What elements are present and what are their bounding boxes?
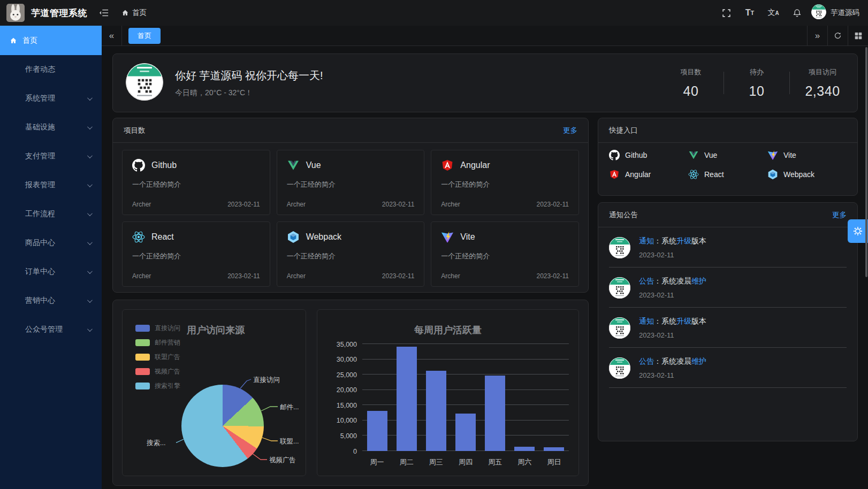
projects-more-link[interactable]: 更多: [563, 126, 577, 135]
sidebar-item-9[interactable]: 营销中心: [0, 286, 102, 315]
stat-label: 项目访问: [809, 67, 836, 77]
translate-icon[interactable]: 文A: [764, 4, 782, 22]
notices-title: 通知公告: [609, 210, 638, 220]
bar-周六: [514, 447, 535, 451]
stat-1: 待办10: [738, 67, 775, 99]
sidebar-item-5[interactable]: 报表管理: [0, 171, 102, 200]
page-scrollbar-thumb[interactable]: [865, 47, 867, 277]
tabs-layout-grid-button[interactable]: [848, 26, 868, 45]
legend-item-1[interactable]: 邮件营销: [135, 338, 180, 347]
user-name: 芋道源码: [831, 8, 859, 18]
y-axis-label: 35,000: [337, 341, 357, 348]
y-axis-label: 5,000: [340, 432, 357, 440]
project-card-react[interactable]: React一个正经的简介Archer2023-02-11: [122, 221, 270, 287]
vue-icon: [688, 150, 699, 161]
project-date: 2023-02-11: [227, 272, 260, 280]
project-date: 2023-02-11: [382, 201, 415, 208]
legend-item-3[interactable]: 视频广告: [135, 367, 180, 376]
sidebar-item-8[interactable]: 订单中心: [0, 257, 102, 286]
sidebar-item-1[interactable]: 作者动态: [0, 55, 102, 84]
webpack-icon: [287, 231, 300, 243]
home-icon: [121, 9, 129, 17]
notice-avatar-2: [609, 317, 630, 339]
sidebar-item-4[interactable]: 支付管理: [0, 142, 102, 171]
stat-value: 10: [749, 83, 765, 99]
quick-link-vue[interactable]: Vue: [688, 150, 767, 161]
legend-swatch: [135, 383, 150, 389]
chevron-down-icon: [87, 297, 93, 303]
bar-周一: [367, 411, 387, 451]
bar-周五: [485, 376, 505, 451]
top-header: 芋道管理系统 首页 TT 文A 芋道源码: [0, 0, 868, 26]
logo-avatar[interactable]: [6, 4, 25, 22]
notice-title: 通知：系统升级版本: [639, 317, 706, 326]
project-name: Github: [151, 161, 177, 170]
project-author: Archer: [287, 201, 306, 208]
notice-item-3[interactable]: 公告：系统凌晨维护2023-02-11: [609, 348, 847, 388]
project-author: Archer: [441, 201, 460, 208]
notice-item-1[interactable]: 公告：系统凌晨维护2023-02-11: [609, 268, 847, 308]
user-menu[interactable]: 芋道源码: [811, 4, 859, 21]
quick-link-react[interactable]: React: [688, 169, 767, 180]
breadcrumb[interactable]: 首页: [121, 8, 147, 18]
quick-link-github[interactable]: Github: [609, 150, 688, 161]
notice-item-2[interactable]: 通知：系统升级版本2023-02-11: [609, 308, 847, 348]
user-qr-avatar: [811, 4, 826, 19]
tab-bar: « 首页 »: [102, 26, 868, 46]
legend-label: 邮件营销: [155, 338, 180, 347]
menu-fold-icon[interactable]: [99, 8, 109, 18]
sidebar-item-7[interactable]: 商品中心: [0, 228, 102, 257]
legend-item-4[interactable]: 搜索引擎: [135, 381, 180, 391]
github-icon: [609, 150, 620, 161]
legend-item-2[interactable]: 联盟广告: [135, 353, 180, 362]
bell-icon[interactable]: [788, 4, 806, 22]
x-axis-label: 周四: [451, 457, 480, 467]
project-name: Angular: [460, 161, 490, 170]
pie-chart: [181, 385, 264, 467]
sidebar-item-label: 商品中心: [25, 238, 55, 248]
project-card-vue[interactable]: Vue一个正经的简介Archer2023-02-11: [277, 150, 425, 215]
quick-link-webpack[interactable]: Webpack: [767, 169, 847, 180]
tabs-scroll-left-button[interactable]: «: [102, 26, 122, 45]
sidebar-item-6[interactable]: 工作流程: [0, 200, 102, 228]
project-name: Vite: [460, 232, 475, 242]
project-card-angular[interactable]: Angular一个正经的简介Archer2023-02-11: [431, 150, 579, 215]
pie-label-union: 联盟...: [280, 437, 299, 446]
tabs-scroll-right-button[interactable]: »: [807, 26, 827, 45]
quick-link-vite[interactable]: Vite: [767, 150, 847, 161]
project-card-vite[interactable]: Vite一个正经的简介Archer2023-02-11: [431, 221, 579, 287]
bar-series: [362, 344, 569, 451]
tabs-refresh-button[interactable]: [827, 26, 848, 45]
project-name: Webpack: [306, 232, 341, 242]
quick-link-angular[interactable]: Angular: [609, 169, 688, 180]
vite-icon: [767, 150, 778, 161]
notice-item-0[interactable]: 通知：系统升级版本2023-02-11: [609, 227, 847, 268]
bar-周四: [455, 414, 476, 451]
project-card-github[interactable]: Github一个正经的简介Archer2023-02-11: [122, 150, 270, 215]
sidebar-item-2[interactable]: 系统管理: [0, 84, 102, 113]
bar-周二: [397, 347, 417, 451]
tab-home[interactable]: 首页: [128, 28, 161, 44]
y-axis-label: 25,000: [337, 371, 357, 379]
sidebar-item-3[interactable]: 基础设施: [0, 113, 102, 142]
stat-value: 40: [683, 83, 699, 99]
legend-label: 视频广告: [155, 367, 180, 376]
notice-title: 通知：系统升级版本: [639, 236, 706, 246]
sidebar-item-10[interactable]: 公众号管理: [0, 315, 102, 344]
project-card-webpack[interactable]: Webpack一个正经的简介Archer2023-02-11: [277, 221, 425, 287]
angular-icon: [441, 159, 454, 172]
y-axis-label: 30,000: [337, 356, 357, 363]
sidebar-item-home[interactable]: 首页: [0, 26, 102, 55]
font-size-icon[interactable]: TT: [741, 4, 759, 22]
legend-item-0[interactable]: 直接访问: [135, 324, 180, 333]
header-actions: TT 文A 芋道源码: [717, 4, 868, 22]
bar-chart-x-labels: 周一周二周三周四周五周六周日: [362, 457, 569, 467]
legend-swatch: [135, 354, 150, 361]
project-desc: 一个正经的简介: [441, 251, 569, 261]
react-icon: [132, 231, 145, 243]
notices-more-link[interactable]: 更多: [832, 210, 847, 220]
project-author: Archer: [287, 272, 306, 280]
fullscreen-icon[interactable]: [717, 4, 735, 22]
sidebar-item-label: 基础设施: [25, 123, 55, 132]
chevron-down-icon: [87, 95, 93, 101]
